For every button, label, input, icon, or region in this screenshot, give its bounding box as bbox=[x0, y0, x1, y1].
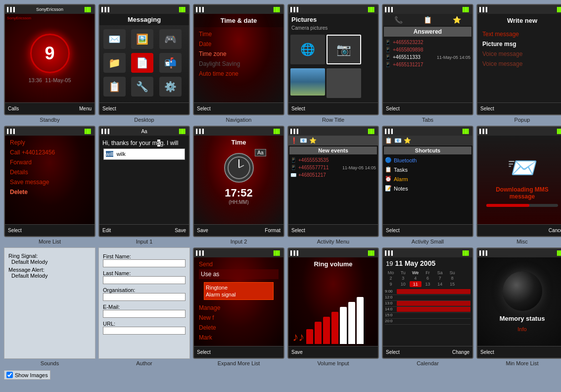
organisation-input[interactable] bbox=[103, 293, 186, 301]
label-popup: Popup bbox=[514, 117, 530, 123]
cal-week-2: 9 10 11 13 14 15 bbox=[385, 281, 470, 287]
morelist-select-btn[interactable]: Select bbox=[8, 228, 22, 233]
battery-input2: ▐█▌ bbox=[272, 129, 281, 134]
cal-lbl-14: 14:0 bbox=[385, 307, 396, 312]
bottom-bar-rowtitle: Select bbox=[288, 102, 378, 114]
vbar-4 bbox=[331, 312, 338, 344]
popup-content: Write new Text message Picture msg Voice… bbox=[477, 14, 561, 102]
expandmorelist-select-btn[interactable]: Select bbox=[197, 349, 211, 355]
calendar-content: 19 11 May 2005 Mo Tu We Fr Sa Su bbox=[383, 257, 472, 346]
activitymenu-select-btn[interactable]: Select bbox=[291, 228, 305, 233]
phone-cell-memory: ▌▌▌ ▐█▌ Memory status Info Select Min Mo… bbox=[476, 247, 561, 366]
bottom-bar-standby: Calls Menu bbox=[5, 102, 94, 114]
td-autotimezone: Auto time zone bbox=[199, 69, 279, 79]
phone-cell-standby: ▌▌▌ SonyEricsson ▐█▌ SonyEricsson 9 13:3… bbox=[4, 4, 95, 123]
td-time: Time bbox=[199, 29, 279, 39]
url-input[interactable] bbox=[103, 327, 186, 335]
battery-expandmorelist: ▐█▌ bbox=[272, 250, 281, 255]
firstname-input[interactable] bbox=[103, 259, 186, 267]
notes-label: Notes bbox=[394, 186, 408, 192]
signal-volume: ▌▌▌ bbox=[290, 250, 300, 255]
tab-icon-3: ⭐ bbox=[452, 15, 462, 25]
signal-expandmorelist: ▌▌▌ bbox=[196, 250, 205, 255]
shortcut-tasks: 📋 Tasks bbox=[383, 165, 472, 174]
expandmorelist-content: Send Use as Ringtone Alarm signal Manage… bbox=[194, 257, 283, 346]
alarm-label: Alarm bbox=[394, 176, 408, 182]
standby-menu-btn[interactable]: Menu bbox=[79, 106, 92, 111]
input1-edit-btn[interactable]: Edit bbox=[102, 228, 111, 233]
status-bar-activitysmall: ▌▌▌ ▐█▌ bbox=[383, 127, 472, 136]
sounds-ring-signal: Ring Signal: Default Melody bbox=[8, 252, 91, 266]
cal-cell-8: 8 bbox=[446, 275, 458, 281]
timedate-items: Time Date Time zone Daylight Saving Auto… bbox=[194, 27, 283, 81]
vbar-1 bbox=[306, 329, 313, 344]
navigation-select-btn[interactable]: Select bbox=[197, 106, 211, 111]
organisation-label: Organisation: bbox=[103, 287, 186, 293]
bottom-bar-calendar: Select Change bbox=[383, 346, 472, 358]
calendar-change-btn[interactable]: Change bbox=[452, 349, 469, 355]
ac-will: will bbox=[106, 151, 113, 157]
vbar-3 bbox=[323, 317, 330, 344]
input1-save-btn[interactable]: Save bbox=[175, 228, 186, 233]
calendar-grid: Mo Tu We Fr Sa Su 2 3 4 6 7 bbox=[383, 269, 472, 288]
call-icon-4: 📱 bbox=[385, 62, 391, 67]
phone-screen-activitymenu: ▌▌▌ ▐█▌ ❗ 📧 ⭐ New events 📱 +4655553535 bbox=[287, 126, 379, 237]
clock-format: (HH:MM) bbox=[229, 199, 249, 205]
volume-save-btn[interactable]: Save bbox=[291, 349, 303, 355]
timedate-title: Time & date bbox=[194, 14, 283, 27]
battery-volume: ▐█▌ bbox=[367, 250, 376, 255]
show-images-label: Show Images bbox=[15, 372, 48, 378]
bluetooth-icon: 🔵 bbox=[385, 157, 392, 163]
calendar-select-btn[interactable]: Select bbox=[386, 349, 400, 355]
battery-activitysmall: ▐█▌ bbox=[461, 129, 470, 134]
input2-format-btn[interactable]: Format bbox=[265, 228, 280, 233]
cal-time-13: 13:0 bbox=[385, 301, 470, 307]
msg-icon-6: 📬 bbox=[159, 53, 182, 73]
phone-screen-input1: ▌▌▌ Aa ▐█▌ Hi, thanks for your msg. I wi… bbox=[98, 126, 190, 237]
call-icon-2: 📱 bbox=[385, 47, 391, 52]
clock-face bbox=[224, 153, 254, 183]
status-bar-input1: ▌▌▌ Aa ▐█▌ bbox=[99, 127, 189, 136]
phone-cell-author: First Name: Last Name: Organisation: E-M… bbox=[98, 247, 190, 366]
activitysmall-select-btn[interactable]: Select bbox=[386, 228, 400, 233]
exp-send: Send bbox=[199, 259, 279, 269]
timedate-content: Time & date Time Date Time zone Daylight… bbox=[194, 14, 283, 102]
phone-cell-activitysmall: ▌▌▌ ▐█▌ 📋 📧 ⭐ Shortcuts 🔵 Bluetooth bbox=[382, 126, 473, 245]
misc-cancel-btn[interactable]: Cancel bbox=[549, 228, 561, 233]
phone-cell-volume: ▌▌▌ ▐█▌ Ring volume ♪♪ bbox=[287, 247, 379, 366]
popup-select-btn[interactable]: Select bbox=[480, 106, 494, 111]
input2-save-btn[interactable]: Save bbox=[197, 228, 208, 233]
label-rowtitle: Row Title bbox=[322, 117, 344, 123]
battery-tabs: ▐█▌ bbox=[461, 7, 470, 12]
label-morelist: More List bbox=[39, 239, 61, 245]
label-input1: Input 1 bbox=[136, 239, 153, 245]
label-author: Author bbox=[136, 360, 152, 366]
calendar-header: 19 11 May 2005 bbox=[383, 257, 472, 269]
label-volume: Volume Input bbox=[317, 360, 349, 366]
author-url: URL: bbox=[103, 319, 186, 336]
tabs-select-btn[interactable]: Select bbox=[386, 106, 400, 111]
morelist-bg: Reply Call +440123456 Forward Details Sa… bbox=[5, 136, 94, 224]
memory-select-btn[interactable]: Select bbox=[480, 349, 494, 355]
status-bar-memory: ▌▌▌ ▐█▌ bbox=[477, 248, 561, 257]
status-bar-navigation: ▌▌▌ ▐█▌ bbox=[194, 5, 283, 14]
act-num-3: +468051217 bbox=[298, 172, 326, 178]
desktop-select-btn[interactable]: Select bbox=[102, 106, 116, 111]
cal-hdr-tu: Tu bbox=[397, 270, 409, 275]
signal-standby: ▌▌▌ bbox=[7, 7, 16, 12]
email-input[interactable] bbox=[103, 310, 186, 318]
rowtitle-select-btn[interactable]: Select bbox=[291, 106, 305, 111]
input1-body[interactable]: Hi, thanks for your msg. I will will wil… bbox=[99, 136, 189, 224]
phone-cell-morelist: ▌▌▌ ▐█▌ Reply Call +440123456 Forward De… bbox=[4, 126, 95, 245]
lastname-input[interactable] bbox=[103, 276, 186, 284]
phone-screen-volume: ▌▌▌ ▐█▌ Ring volume ♪♪ bbox=[287, 247, 379, 359]
show-images-checkbox[interactable] bbox=[6, 372, 13, 378]
phone-cell-expandmorelist: ▌▌▌ ▐█▌ Send Use as Ringtone Alarm signa… bbox=[193, 247, 284, 366]
label-sounds: Sounds bbox=[41, 360, 59, 366]
bottom-bar-tabs: Select bbox=[383, 102, 472, 114]
vbar-5 bbox=[340, 307, 347, 344]
status-bar-input2: ▌▌▌ ▐█▌ bbox=[194, 127, 283, 136]
firstname-label: First Name: bbox=[103, 253, 186, 259]
clock-row: Aa bbox=[224, 149, 254, 187]
standby-calls-btn[interactable]: Calls bbox=[8, 106, 19, 111]
